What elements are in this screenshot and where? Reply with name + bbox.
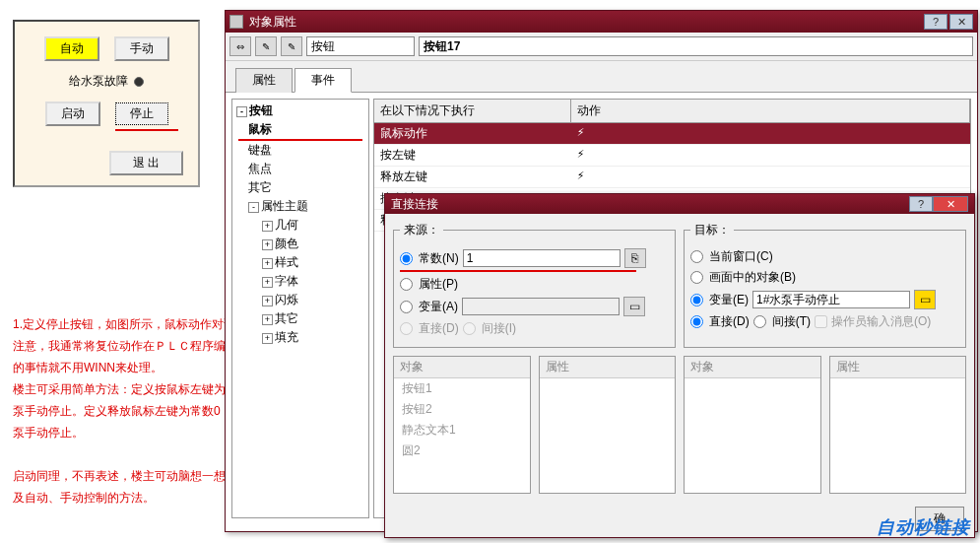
dialog-icon xyxy=(229,15,243,29)
source-fieldset: 来源： 常数(N) ⎘ 属性(P) 变量(A) ▭ 直接(D) xyxy=(393,222,676,348)
tree-other[interactable]: 其它 xyxy=(234,178,366,197)
tree-style[interactable]: +样式 xyxy=(234,253,366,272)
source-indirect-radio xyxy=(463,322,476,335)
target-variable-browse[interactable]: ▭ xyxy=(914,290,936,309)
watermark: 自动秒链接 xyxy=(877,515,970,539)
target-window-label: 当前窗口(C) xyxy=(709,248,773,265)
tree-font[interactable]: +字体 xyxy=(234,272,366,291)
target-direct-radio[interactable] xyxy=(690,315,703,328)
dialog-title: 对象属性 xyxy=(249,14,924,31)
control-panel: 自动 手动 给水泵故障 启动 停止 退 出 xyxy=(13,20,200,187)
source-property-radio[interactable] xyxy=(400,278,413,291)
target-fieldset: 目标： 当前窗口(C) 画面中的对象(B) 变量(E) ▭ 直接(D) 间接(T… xyxy=(684,222,966,348)
event-header-action: 动作 xyxy=(571,100,970,122)
target-legend: 目标： xyxy=(690,222,734,238)
pump-fault-label: 给水泵故障 xyxy=(69,73,144,90)
operator-input-checkbox xyxy=(815,315,827,328)
manual-button[interactable]: 手动 xyxy=(114,36,169,61)
source-legend: 来源： xyxy=(400,222,443,238)
fault-led-icon xyxy=(134,77,144,87)
inner-titlebar[interactable]: 直接连接 ? ✕ xyxy=(385,194,974,214)
dialog-toolbar: ⇔ ✎ ✎ xyxy=(226,33,977,61)
toolbar-btn-3[interactable]: ✎ xyxy=(281,36,302,56)
list-item: 圆2 xyxy=(394,441,530,461)
tree-other2[interactable]: +其它 xyxy=(234,309,366,328)
tree-color[interactable]: +颜色 xyxy=(234,235,366,253)
tree-geometry[interactable]: +几何 xyxy=(234,216,366,235)
auto-button[interactable]: 自动 xyxy=(44,36,99,61)
collapse-icon[interactable]: - xyxy=(236,106,247,117)
target-variable-label: 变量(E) xyxy=(709,292,749,308)
source-direct-radio xyxy=(400,322,413,335)
sub-object-list-2[interactable]: 对象 xyxy=(684,356,821,494)
tab-events[interactable]: 事件 xyxy=(294,68,352,93)
sub-property-list[interactable]: 属性 xyxy=(539,356,677,494)
annotation-underline xyxy=(400,270,636,272)
list-item: 按钮1 xyxy=(394,378,530,399)
inner-help-button[interactable]: ? xyxy=(909,196,933,212)
event-row-press-left[interactable]: 按左键 ⚡ xyxy=(374,145,970,167)
toolbar-btn-2[interactable]: ✎ xyxy=(255,36,277,56)
collapse-icon[interactable]: - xyxy=(248,202,259,213)
event-row-release-left[interactable]: 释放左键 ⚡ xyxy=(374,167,970,188)
object-type-field[interactable] xyxy=(306,36,415,56)
lightning-icon: ⚡ xyxy=(571,123,970,144)
tree-flash[interactable]: +闪烁 xyxy=(234,291,366,309)
object-tree[interactable]: -按钮 鼠标 键盘 焦点 其它 -属性主题 +几何 +颜色 +样式 +字体 +闪… xyxy=(231,99,369,518)
dialog-tabs: 属性 事件 xyxy=(226,61,977,93)
event-header-exec: 在以下情况下执行 xyxy=(374,100,571,122)
expand-icon[interactable]: + xyxy=(262,333,273,344)
list-item: 静态文本1 xyxy=(394,420,530,441)
source-variable-label: 变量(A) xyxy=(419,299,458,315)
inner-close-button[interactable]: ✕ xyxy=(933,196,968,212)
stop-button[interactable]: 停止 xyxy=(115,102,168,125)
dialog-titlebar[interactable]: 对象属性 ? ✕ xyxy=(226,11,977,33)
source-variable-input xyxy=(462,298,620,315)
sub-property-list-2[interactable]: 属性 xyxy=(829,356,967,494)
exit-button[interactable]: 退 出 xyxy=(109,151,183,175)
event-row-mouse-action[interactable]: 鼠标动作 ⚡ xyxy=(374,123,970,145)
source-constant-label: 常数(N) xyxy=(419,250,459,267)
target-object-radio[interactable] xyxy=(690,271,703,284)
lightning-icon: ⚡ xyxy=(571,145,970,166)
expand-icon[interactable]: + xyxy=(262,258,273,269)
target-indirect-radio[interactable] xyxy=(753,315,766,328)
expand-icon[interactable]: + xyxy=(262,296,273,306)
object-name-field[interactable] xyxy=(419,36,973,56)
target-variable-input[interactable] xyxy=(752,291,910,308)
tree-keyboard[interactable]: 键盘 xyxy=(234,141,366,160)
expand-icon[interactable]: + xyxy=(262,277,273,288)
list-item: 按钮2 xyxy=(394,399,530,420)
lightning-icon: ⚡ xyxy=(571,167,970,187)
tree-root[interactable]: -按钮 xyxy=(234,102,366,120)
expand-icon[interactable]: + xyxy=(262,314,273,325)
tree-mouse[interactable]: 鼠标 xyxy=(234,120,366,139)
tree-fill[interactable]: +填充 xyxy=(234,328,366,347)
target-window-radio[interactable] xyxy=(690,250,703,263)
direct-connection-dialog: 直接连接 ? ✕ 来源： 常数(N) ⎘ 属性(P) 变量(A) ▭ xyxy=(384,193,975,538)
start-button[interactable]: 启动 xyxy=(45,102,100,126)
expand-icon[interactable]: + xyxy=(262,239,273,250)
tree-focus[interactable]: 焦点 xyxy=(234,160,366,178)
source-constant-input[interactable] xyxy=(463,249,621,267)
tab-properties[interactable]: 属性 xyxy=(235,68,293,93)
target-variable-radio[interactable] xyxy=(690,294,703,306)
expand-icon[interactable]: + xyxy=(262,221,273,232)
source-picker-button[interactable]: ⎘ xyxy=(624,248,646,268)
sub-object-list[interactable]: 对象 按钮1 按钮2 静态文本1 圆2 xyxy=(393,356,531,494)
source-property-label: 属性(P) xyxy=(419,276,458,293)
close-button[interactable]: ✕ xyxy=(949,14,973,30)
source-constant-radio[interactable] xyxy=(400,252,413,265)
source-variable-browse[interactable]: ▭ xyxy=(623,297,645,316)
help-button[interactable]: ? xyxy=(924,14,947,30)
target-object-label: 画面中的对象(B) xyxy=(709,269,796,286)
source-variable-radio[interactable] xyxy=(400,301,413,313)
annotation-underline xyxy=(115,129,178,131)
toolbar-btn-1[interactable]: ⇔ xyxy=(229,36,251,56)
inner-title: 直接连接 xyxy=(391,196,909,213)
tree-theme[interactable]: -属性主题 xyxy=(234,197,366,216)
